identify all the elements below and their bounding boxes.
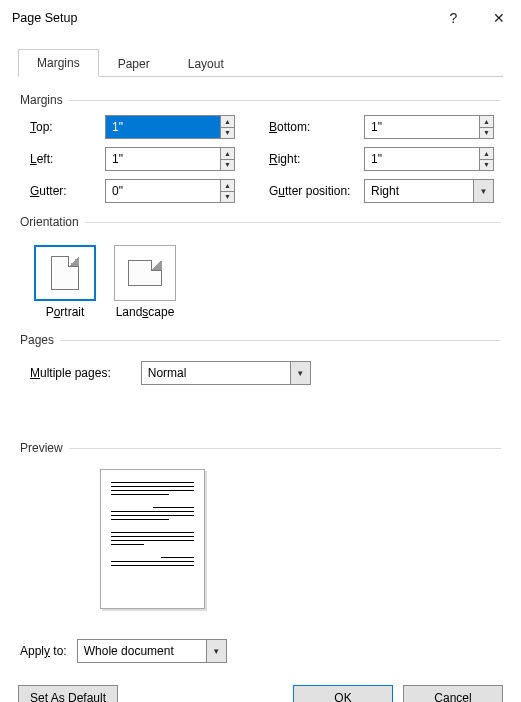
spin-down-icon[interactable]: ▼ (221, 127, 234, 139)
orientation-landscape[interactable]: Landscape (114, 245, 176, 319)
group-pages: Pages (20, 333, 501, 347)
combo-multiple-pages-value: Normal (142, 366, 290, 380)
chevron-down-icon[interactable]: ▼ (206, 640, 226, 662)
button-bar: Set As Default OK Cancel (0, 673, 521, 702)
spin-buttons[interactable]: ▲▼ (220, 116, 234, 138)
close-icon: ✕ (493, 10, 505, 26)
preview-page (100, 469, 205, 609)
group-preview: Preview (20, 441, 501, 455)
label-gutter-position: Gutter position: (269, 184, 364, 198)
spinner-bottom[interactable]: ▲▼ (364, 115, 494, 139)
pages-row: Multiple pages: Normal ▼ (30, 361, 501, 385)
landscape-label: Landscape (116, 305, 175, 319)
tabstrip: Margins Paper Layout (18, 48, 503, 77)
ok-label: OK (334, 691, 351, 702)
spin-down-icon[interactable]: ▼ (480, 159, 493, 171)
portrait-page-icon (51, 256, 79, 290)
spin-up-icon[interactable]: ▲ (221, 180, 234, 191)
spin-up-icon[interactable]: ▲ (480, 148, 493, 159)
close-button[interactable]: ✕ (476, 0, 521, 36)
margins-grid: Top: ▲▼ Bottom: ▲▼ Left: ▲▼ Right: ▲▼ (30, 115, 501, 203)
portrait-label: Portrait (46, 305, 85, 319)
help-button[interactable]: ? (431, 0, 476, 36)
set-as-default-label: Set As Default (30, 691, 106, 702)
label-multiple-pages: Multiple pages: (30, 366, 111, 380)
combo-multiple-pages[interactable]: Normal ▼ (141, 361, 311, 385)
label-top: Top: (30, 120, 105, 134)
orientation-row: Portrait Landscape (34, 245, 501, 319)
rule (69, 100, 501, 101)
combo-apply-to-value: Whole document (78, 644, 206, 658)
portrait-box (34, 245, 96, 301)
dialog-title: Page Setup (12, 11, 431, 25)
dialog-body: Margins Top: ▲▼ Bottom: ▲▼ Left: ▲▼ Righ… (0, 77, 521, 673)
orientation-portrait[interactable]: Portrait (34, 245, 96, 319)
chevron-down-icon[interactable]: ▼ (473, 180, 493, 202)
chevron-down-icon[interactable]: ▼ (290, 362, 310, 384)
spin-buttons[interactable]: ▲▼ (220, 180, 234, 202)
input-top[interactable] (106, 116, 220, 138)
spin-down-icon[interactable]: ▼ (221, 191, 234, 203)
input-bottom[interactable] (365, 116, 479, 138)
combo-gutter-position[interactable]: Right ▼ (364, 179, 494, 203)
spin-up-icon[interactable]: ▲ (221, 148, 234, 159)
page-setup-dialog: Page Setup ? ✕ Margins Paper Layout Marg… (0, 0, 521, 702)
label-apply-to: Apply to: (20, 644, 67, 658)
combo-gutter-position-value: Right (365, 184, 473, 198)
cancel-button[interactable]: Cancel (403, 685, 503, 702)
spin-buttons[interactable]: ▲▼ (479, 116, 493, 138)
spinner-gutter[interactable]: ▲▼ (105, 179, 235, 203)
group-orientation-label: Orientation (20, 215, 85, 229)
spinner-top[interactable]: ▲▼ (105, 115, 235, 139)
ok-button[interactable]: OK (293, 685, 393, 702)
group-orientation: Orientation (20, 215, 501, 229)
landscape-page-icon (128, 260, 162, 286)
spin-buttons[interactable]: ▲▼ (220, 148, 234, 170)
group-margins: Margins (20, 93, 501, 107)
tab-layout[interactable]: Layout (169, 50, 243, 77)
label-right: Right: (269, 152, 364, 166)
combo-apply-to[interactable]: Whole document ▼ (77, 639, 227, 663)
spinner-left[interactable]: ▲▼ (105, 147, 235, 171)
group-margins-label: Margins (20, 93, 69, 107)
spin-buttons[interactable]: ▲▼ (479, 148, 493, 170)
spin-up-icon[interactable]: ▲ (480, 116, 493, 127)
group-preview-label: Preview (20, 441, 69, 455)
label-left: Left: (30, 152, 105, 166)
spin-down-icon[interactable]: ▼ (221, 159, 234, 171)
spin-up-icon[interactable]: ▲ (221, 116, 234, 127)
group-pages-label: Pages (20, 333, 60, 347)
tab-margins[interactable]: Margins (18, 49, 99, 77)
spinner-right[interactable]: ▲▼ (364, 147, 494, 171)
landscape-box (114, 245, 176, 301)
rule (85, 222, 501, 223)
input-gutter[interactable] (106, 180, 220, 202)
tab-paper[interactable]: Paper (99, 50, 169, 77)
label-gutter: Gutter: (30, 184, 105, 198)
set-as-default-button[interactable]: Set As Default (18, 685, 118, 702)
rule (60, 340, 501, 341)
apply-to-row: Apply to: Whole document ▼ (20, 639, 501, 663)
label-bottom: Bottom: (269, 120, 364, 134)
titlebar: Page Setup ? ✕ (0, 0, 521, 36)
input-left[interactable] (106, 148, 220, 170)
rule (69, 448, 501, 449)
cancel-label: Cancel (434, 691, 471, 702)
input-right[interactable] (365, 148, 479, 170)
spin-down-icon[interactable]: ▼ (480, 127, 493, 139)
